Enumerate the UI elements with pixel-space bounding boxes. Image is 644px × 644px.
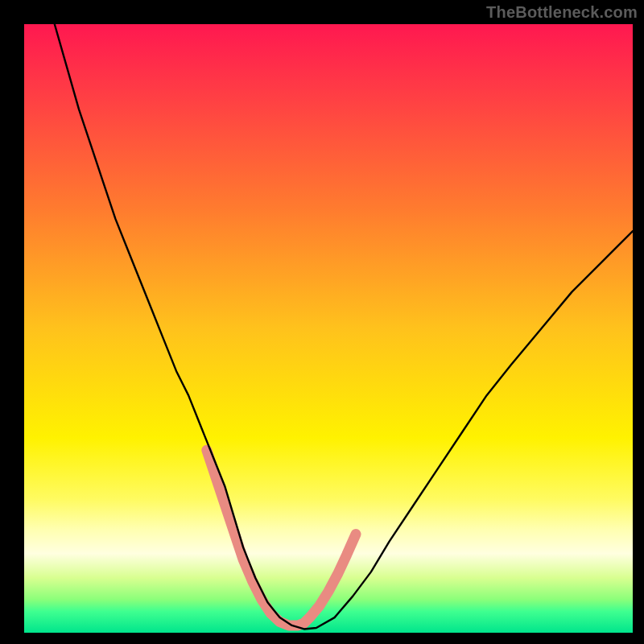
bottleneck-chart (0, 0, 644, 644)
chart-stage: TheBottleneck.com (0, 0, 644, 644)
watermark-text: TheBottleneck.com (486, 3, 638, 22)
